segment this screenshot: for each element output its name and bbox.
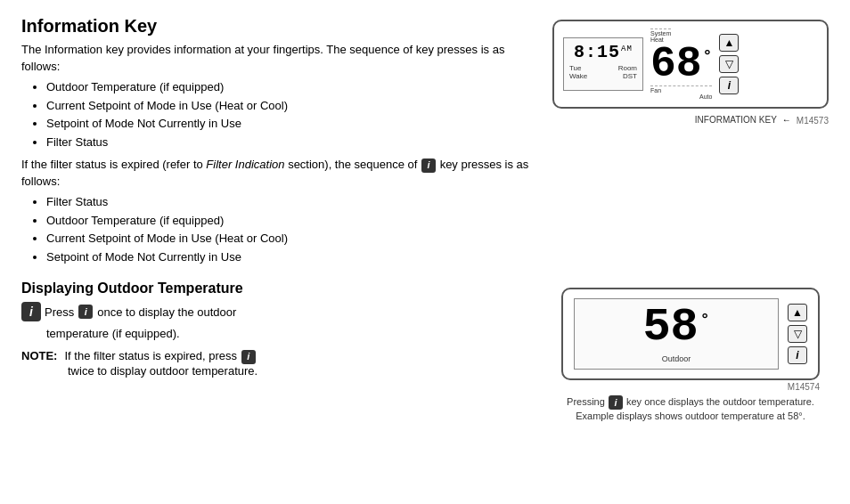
section-top: Information Key The Information key prov…: [21, 16, 829, 272]
thermostat1-labels: INFORMATION KEY ← M14573: [552, 114, 829, 126]
info-icon: i: [728, 79, 731, 92]
am-pm: AM: [621, 45, 633, 53]
room-label: Room: [618, 64, 637, 72]
thermostat2-caption: Pressing i key once displays the outdoor…: [567, 395, 814, 423]
info-button[interactable]: i: [719, 77, 739, 94]
time-display: 8:15 AM: [569, 42, 637, 62]
list1-item3: Setpoint of Mode Not Currently in Use: [46, 116, 538, 133]
info-badge-inline: i: [421, 159, 436, 173]
model-number: M14573: [797, 116, 829, 126]
temp2-value: 58: [642, 305, 698, 351]
up-arrow2-icon: ▲: [792, 306, 803, 319]
thermostat1-box: 8:15 AM Tue Room Wake DST: [552, 20, 829, 109]
info-key-label: INFORMATION KEY: [695, 115, 777, 125]
down-button[interactable]: ▽: [719, 55, 739, 73]
list1-item1: Outdoor Temperature (if equipped): [46, 79, 538, 96]
system-label: System: [650, 28, 671, 37]
thermostat2-container: 58° Outdoor ▲ ▽ i: [552, 280, 829, 423]
wake-dst-row: Wake DST: [569, 72, 637, 80]
filter-prefix: If the filter status is expired (refer t…: [21, 158, 206, 171]
section-top-left: Information Key The Information key prov…: [21, 16, 538, 272]
up-button2[interactable]: ▲: [788, 304, 807, 321]
temp-if-text: temperature (if equipped).: [21, 327, 535, 340]
auto-label: Auto: [699, 93, 712, 100]
press-text: Press: [45, 305, 74, 319]
day-period-row: Tue Room: [569, 64, 637, 72]
arrow-right: ←: [782, 115, 791, 125]
filter-indication: Filter Indication: [206, 158, 284, 171]
deg2-symbol: °: [700, 312, 710, 328]
note-text2: twice to display outdoor temperature.: [68, 364, 257, 378]
thermostat2-buttons: ▲ ▽ i: [788, 304, 807, 364]
outdoor-label: Outdoor: [662, 354, 691, 363]
section2-title: Displaying Outdoor Temperature: [21, 280, 535, 297]
list1-item2: Current Setpoint of Mode in Use (Heat or…: [46, 98, 538, 115]
thermostat2-lcd: 58° Outdoor: [574, 298, 779, 370]
note-line2: twice to display outdoor temperature.: [21, 364, 535, 378]
up-button[interactable]: ▲: [719, 34, 739, 52]
note-text1: If the filter status is expired, press: [64, 349, 237, 362]
once-text: once to display the outdoor: [97, 305, 236, 319]
caption3: Example displays shows outdoor temperatu…: [576, 411, 805, 421]
info-badge-note: i: [241, 350, 256, 364]
press-row: i Press i once to display the outdoor: [21, 302, 535, 321]
list2-item3: Current Setpoint of Mode in Use (Heat or…: [46, 231, 538, 248]
list1-item4: Filter Status: [46, 134, 538, 151]
filter-expired-text: If the filter status is expired (refer t…: [21, 157, 538, 191]
system-labels: System Heat 68° Fan Auto: [650, 28, 712, 100]
section-bottom: Displaying Outdoor Temperature i Press i…: [21, 280, 829, 423]
info-badge-press: i: [78, 305, 93, 319]
large-info-icon-left: i: [21, 302, 41, 321]
thermostat1-buttons: ▲ ▽ i: [719, 34, 739, 94]
page-title: Information Key: [21, 16, 538, 37]
thermostat2-inner: 58° Outdoor ▲ ▽ i: [574, 298, 807, 370]
temp-value: 68: [650, 43, 702, 85]
up-arrow-icon: ▲: [723, 37, 734, 49]
thermostat2-box: 58° Outdoor ▲ ▽ i: [561, 288, 820, 380]
page-container: Information Key The Information key prov…: [21, 16, 829, 424]
down-button2[interactable]: ▽: [788, 325, 807, 343]
info-badge-caption: i: [609, 395, 623, 410]
down-arrow2-icon: ▽: [794, 328, 802, 340]
thermostat1-container: 8:15 AM Tue Room Wake DST: [552, 20, 829, 272]
fan-label: Fan: [650, 85, 712, 93]
list2-item1: Filter Status: [46, 194, 538, 211]
list2: Filter Status Outdoor Temperature (if eq…: [46, 194, 538, 266]
temp-if: temperature (if equipped).: [46, 327, 180, 340]
temp-display: 68°: [650, 43, 712, 85]
info2-icon: i: [796, 349, 798, 362]
thermostat1-lcd: 8:15 AM Tue Room Wake DST: [563, 37, 643, 91]
caption2: key once displays the outdoor temperatur…: [626, 396, 814, 407]
thermostat1-inner: 8:15 AM Tue Room Wake DST: [563, 28, 818, 100]
note-content: If the filter status is expired, press i: [64, 349, 256, 364]
degree-symbol: °: [703, 48, 713, 64]
filter-suffix: section), the sequence of: [285, 158, 418, 171]
intro-text: The Information key provides information…: [21, 42, 538, 76]
list1: Outdoor Temperature (if equipped) Curren…: [46, 79, 538, 151]
info-button2[interactable]: i: [788, 346, 807, 364]
note-label: NOTE:: [21, 349, 57, 364]
down-arrow-icon: ▽: [725, 58, 733, 70]
period-label: Wake: [569, 72, 587, 80]
time-value: 8:15: [574, 42, 620, 62]
caption1: Pressing: [567, 396, 605, 407]
day-label: Tue: [569, 64, 582, 72]
list2-item2: Outdoor Temperature (if equipped): [46, 213, 538, 230]
model2-number: M14574: [552, 382, 829, 392]
section-bottom-left: Displaying Outdoor Temperature i Press i…: [21, 280, 535, 423]
dst-label: DST: [623, 72, 637, 80]
note-row: NOTE: If the filter status is expired, p…: [21, 349, 535, 364]
temp2-display: 58°: [642, 305, 709, 351]
list2-item4: Setpoint of Mode Not Currently in Use: [46, 249, 538, 266]
